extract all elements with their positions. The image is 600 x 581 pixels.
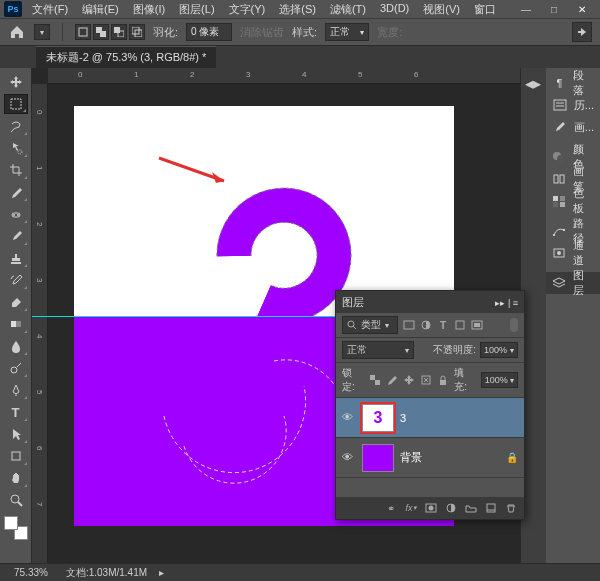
crop-tool[interactable] [4, 160, 28, 180]
selection-subtract[interactable] [111, 24, 127, 40]
filter-adjust-icon[interactable] [419, 318, 433, 332]
document-tab[interactable]: 未标题-2 @ 75.3% (3, RGB/8#) * [36, 46, 216, 68]
blur-tool[interactable] [4, 336, 28, 356]
menu-image[interactable]: 图像(I) [127, 0, 171, 19]
layer-thumb-3[interactable]: 3 [362, 404, 394, 432]
marquee-tool[interactable] [4, 94, 28, 114]
new-layer-icon[interactable] [484, 501, 498, 515]
lock-all-icon[interactable] [436, 373, 450, 387]
layer-thumb-bg[interactable] [362, 444, 394, 472]
fill-input[interactable]: 100%▾ [481, 372, 518, 388]
panel-swatch[interactable]: 色板 [546, 190, 600, 212]
adjustment-icon[interactable] [444, 501, 458, 515]
svg-rect-2 [100, 31, 106, 37]
svg-point-8 [18, 150, 22, 154]
ruler-vertical[interactable]: 0 1 2 3 4 5 6 7 [32, 84, 48, 563]
mask-icon[interactable] [424, 501, 438, 515]
share-icon[interactable] [572, 22, 592, 42]
type-tool[interactable]: T [4, 402, 28, 422]
panel-paragraph[interactable]: ¶段落 [546, 72, 600, 94]
ruler-horizontal[interactable]: 0 1 2 3 4 5 6 [48, 68, 520, 84]
selection-new[interactable] [75, 24, 91, 40]
lock-transparency-icon[interactable] [368, 373, 382, 387]
layer-row-background[interactable]: 👁 背景 🔒 [336, 438, 524, 478]
svg-rect-29 [563, 229, 565, 231]
tool-preset-dropdown[interactable]: ▾ [34, 24, 50, 40]
shape-3-arc [204, 166, 354, 316]
lock-image-icon[interactable] [385, 373, 399, 387]
visibility-toggle[interactable]: 👁 [342, 451, 356, 465]
feather-input[interactable]: 0 像素 [186, 23, 232, 41]
window-maximize[interactable]: □ [540, 0, 568, 18]
menu-view[interactable]: 视图(V) [417, 0, 466, 19]
filter-pixel-icon[interactable] [402, 318, 416, 332]
path-select-tool[interactable] [4, 424, 28, 444]
zoom-tool[interactable] [4, 490, 28, 510]
menu-window[interactable]: 窗口 [468, 0, 502, 19]
blend-mode-dropdown[interactable]: 正常▾ [342, 341, 414, 359]
panel-history[interactable]: 历... [546, 94, 600, 116]
layer-name[interactable]: 背景 [400, 450, 422, 465]
foreground-color[interactable] [4, 516, 18, 530]
visibility-toggle[interactable]: 👁 [342, 411, 356, 425]
collapse-toggle-icon[interactable]: ◂▸ [524, 74, 542, 92]
history-brush-tool[interactable] [4, 270, 28, 290]
quick-select-tool[interactable] [4, 138, 28, 158]
layer-filter-dropdown[interactable]: 类型▾ [342, 316, 398, 334]
svg-rect-35 [456, 321, 464, 329]
link-layers-icon[interactable]: ⚭ [384, 501, 398, 515]
layer-icon [552, 276, 567, 290]
status-dropdown[interactable]: ▸ [159, 567, 164, 578]
style-dropdown[interactable]: 正常▾ [325, 23, 369, 41]
right-panel-group: ◂▸ ¶段落 历... 画... 颜色 画笔 色板 路径 通道 图层 [520, 68, 600, 563]
panel-channel[interactable]: 通道 [546, 242, 600, 264]
dodge-tool[interactable] [4, 358, 28, 378]
zoom-percent[interactable]: 75.33% [8, 567, 54, 578]
lock-position-icon[interactable] [402, 373, 416, 387]
trash-icon[interactable] [504, 501, 518, 515]
selection-intersect[interactable] [129, 24, 145, 40]
filter-shape-icon[interactable] [453, 318, 467, 332]
svg-rect-41 [440, 380, 446, 385]
selection-add[interactable] [93, 24, 109, 40]
home-icon[interactable] [8, 24, 26, 40]
filter-smart-icon[interactable] [470, 318, 484, 332]
color-swatches[interactable] [4, 516, 28, 540]
brush-tool[interactable] [4, 226, 28, 246]
filter-type-icon[interactable]: T [436, 318, 450, 332]
layers-panel[interactable]: 图层 ▸▸ | ≡ 类型▾ T 正常▾ 不透明度: 100%▾ 锁定: [335, 290, 525, 520]
menu-layer[interactable]: 图层(L) [173, 0, 220, 19]
channel-icon [552, 246, 567, 260]
svg-rect-13 [11, 321, 16, 327]
opacity-input[interactable]: 100%▾ [480, 342, 518, 358]
move-tool[interactable] [4, 72, 28, 92]
group-icon[interactable] [464, 501, 478, 515]
layer-row-3[interactable]: 👁 3 3 [336, 398, 524, 438]
eraser-tool[interactable] [4, 292, 28, 312]
panel-layer[interactable]: 图层 [546, 272, 600, 294]
menu-filter[interactable]: 滤镜(T) [324, 0, 372, 19]
lock-artboard-icon[interactable] [419, 373, 433, 387]
menu-type[interactable]: 文字(Y) [223, 0, 272, 19]
window-close[interactable]: ✕ [568, 0, 596, 18]
hand-tool[interactable] [4, 468, 28, 488]
lasso-tool[interactable] [4, 116, 28, 136]
stamp-tool[interactable] [4, 248, 28, 268]
menu-select[interactable]: 选择(S) [273, 0, 322, 19]
layers-panel-footer: ⚭ fx▾ [336, 497, 524, 519]
pen-tool[interactable] [4, 380, 28, 400]
menu-3d[interactable]: 3D(D) [374, 0, 415, 19]
shape-tool[interactable] [4, 446, 28, 466]
menu-edit[interactable]: 编辑(E) [76, 0, 125, 19]
panel-brush[interactable]: 画... [546, 116, 600, 138]
layers-panel-header[interactable]: 图层 ▸▸ | ≡ [336, 291, 524, 313]
healing-tool[interactable] [4, 204, 28, 224]
window-minimize[interactable]: — [512, 0, 540, 18]
fx-icon[interactable]: fx▾ [404, 501, 418, 515]
eyedropper-tool[interactable] [4, 182, 28, 202]
gradient-tool[interactable] [4, 314, 28, 334]
layer-name[interactable]: 3 [400, 412, 406, 424]
filter-toggle[interactable] [510, 318, 518, 332]
menu-file[interactable]: 文件(F) [26, 0, 74, 19]
svg-rect-38 [370, 375, 375, 380]
